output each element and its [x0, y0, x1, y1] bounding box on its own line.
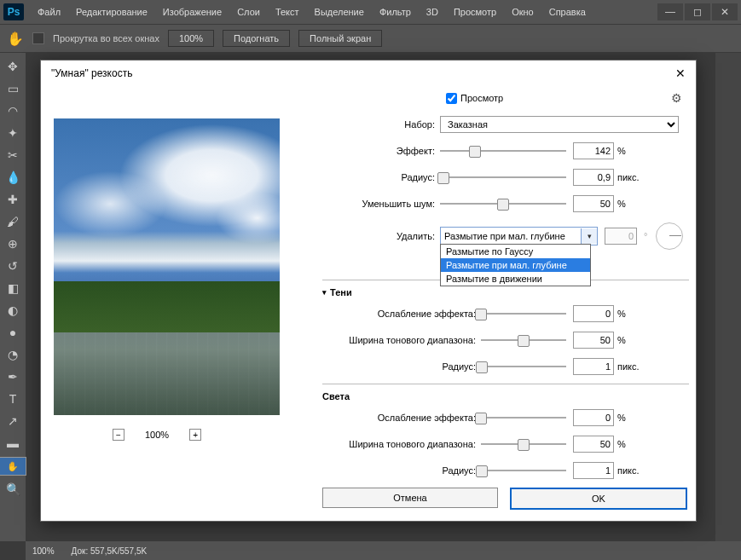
hl-radius-input[interactable]: [573, 462, 614, 479]
highlights-heading: Света: [322, 391, 350, 401]
shadow-radius-input[interactable]: [573, 358, 614, 375]
dodge-tool[interactable]: ◔: [3, 346, 22, 363]
hl-fade-slider[interactable]: [481, 411, 566, 424]
heal-tool[interactable]: ✚: [3, 191, 22, 208]
lasso-tool[interactable]: ◠: [3, 102, 22, 119]
zoom-out-button[interactable]: −: [113, 429, 124, 441]
menu-edit[interactable]: Редактирование: [69, 3, 154, 20]
history-brush-tool[interactable]: ↺: [3, 257, 22, 274]
remove-label: Удалить:: [322, 231, 440, 241]
radius-input[interactable]: [573, 169, 614, 186]
preview-checkbox[interactable]: [446, 93, 457, 104]
fit-button[interactable]: Подогнать: [223, 30, 290, 47]
smart-sharpen-dialog: "Умная" резкость ✕ − 100% + Просмотр ⚙ Н…: [40, 60, 697, 522]
remove-dropdown: Размытие по Гауссу Размытие при мал. глу…: [440, 244, 591, 286]
wand-tool[interactable]: ✦: [3, 124, 22, 141]
remove-option-motion[interactable]: Размытие в движении: [441, 272, 590, 286]
remove-option-lens[interactable]: Размытие при мал. глубине: [441, 258, 590, 272]
amount-label: Эффект:: [322, 146, 440, 156]
shadows-heading: Тени: [330, 287, 352, 297]
blur-tool[interactable]: ●: [3, 324, 22, 341]
hl-radius-label: Радиус:: [322, 465, 481, 476]
hl-tonal-slider[interactable]: [481, 437, 566, 451]
menu-image[interactable]: Изображение: [156, 3, 229, 20]
shadow-tonal-input[interactable]: [573, 332, 614, 349]
angle-dial: [656, 222, 683, 250]
dialog-title: "Умная" резкость: [51, 67, 132, 79]
minimize-button[interactable]: —: [657, 3, 683, 20]
menu-3d[interactable]: 3D: [420, 3, 445, 20]
menu-help[interactable]: Справка: [542, 3, 593, 20]
remove-select[interactable]: Размытие при мал. глубине▾: [440, 227, 598, 245]
hl-tonal-input[interactable]: [573, 436, 614, 453]
radius-label: Радиус:: [322, 172, 440, 182]
maximize-button[interactable]: ◻: [685, 3, 710, 20]
zoom-tool[interactable]: 🔍: [3, 481, 22, 498]
path-tool[interactable]: ↗: [3, 413, 22, 430]
remove-option-gaussian[interactable]: Размытие по Гауссу: [441, 245, 590, 258]
hand-tool-icon: ✋: [7, 31, 24, 47]
shadow-fade-slider[interactable]: [481, 307, 566, 320]
move-tool[interactable]: ✥: [3, 58, 22, 75]
eyedropper-tool[interactable]: 💧: [3, 169, 22, 186]
scroll-all-checkbox[interactable]: [32, 32, 44, 44]
shadow-fade-label: Ослабление эффекта:: [322, 309, 481, 319]
shape-tool[interactable]: ▬: [3, 435, 22, 452]
marquee-tool[interactable]: ▭: [3, 80, 22, 97]
preset-select[interactable]: Заказная: [440, 116, 679, 133]
hl-radius-slider[interactable]: [481, 464, 566, 477]
tools-panel: ✥ ▭ ◠ ✦ ✂ 💧 ✚ 🖌 ⊕ ↺ ◧ ◐ ● ◔ ✒ T ↗ ▬ ✋ 🔍: [0, 53, 26, 541]
hl-fade-input[interactable]: [573, 409, 614, 426]
hl-fade-label: Ослабление эффекта:: [322, 413, 481, 423]
shadow-fade-input[interactable]: [573, 305, 614, 322]
brush-tool[interactable]: 🖌: [3, 213, 22, 230]
preview-image: [54, 118, 280, 415]
noise-input[interactable]: [573, 195, 614, 212]
noise-slider[interactable]: [440, 197, 566, 211]
shadow-tonal-label: Ширина тонового диапазона:: [322, 335, 481, 345]
main-menu: Файл Редактирование Изображение Слои Тек…: [31, 3, 593, 20]
amount-slider[interactable]: [440, 144, 566, 158]
preview-label: Просмотр: [460, 93, 503, 103]
menu-type[interactable]: Текст: [269, 3, 306, 20]
angle-input: [605, 228, 637, 245]
menu-file[interactable]: Файл: [31, 3, 67, 20]
menu-select[interactable]: Выделение: [308, 3, 371, 20]
menu-filter[interactable]: Фильтр: [373, 3, 418, 20]
close-window-button[interactable]: ✕: [712, 3, 738, 20]
app-logo: Ps: [3, 3, 24, 20]
noise-label: Уменьшить шум:: [322, 199, 440, 209]
ok-button[interactable]: OK: [510, 488, 687, 510]
menu-layer[interactable]: Слои: [230, 3, 267, 20]
zoom-value: 100%: [145, 430, 169, 440]
angle-unit: °: [644, 231, 647, 241]
cancel-button[interactable]: Отмена: [322, 488, 498, 508]
chevron-down-icon: ▾: [581, 228, 597, 244]
radius-slider[interactable]: [440, 170, 566, 184]
dialog-close-button[interactable]: ✕: [675, 66, 686, 80]
hand-tool[interactable]: ✋: [0, 457, 26, 476]
status-doc: Док: 557,5K/557,5K: [72, 546, 148, 556]
shadows-toggle-icon[interactable]: ▾: [322, 288, 327, 297]
amount-unit: %: [617, 146, 626, 156]
eraser-tool[interactable]: ◧: [3, 280, 22, 297]
zoom-100-button[interactable]: 100%: [168, 30, 214, 47]
pen-tool[interactable]: ✒: [3, 368, 22, 385]
gradient-tool[interactable]: ◐: [3, 302, 22, 319]
scroll-all-label: Прокрутка во всех окнах: [53, 33, 159, 43]
menu-window[interactable]: Окно: [505, 3, 541, 20]
stamp-tool[interactable]: ⊕: [3, 235, 22, 252]
shadow-radius-label: Радиус:: [322, 361, 481, 372]
noise-unit: %: [617, 199, 626, 209]
type-tool[interactable]: T: [3, 390, 22, 407]
shadow-radius-slider[interactable]: [481, 360, 566, 373]
status-zoom: 100%: [32, 546, 55, 556]
zoom-in-button[interactable]: +: [189, 429, 201, 441]
shadow-tonal-slider[interactable]: [481, 333, 566, 347]
crop-tool[interactable]: ✂: [3, 147, 22, 164]
amount-input[interactable]: [573, 142, 614, 159]
settings-gear-icon[interactable]: ⚙: [671, 91, 682, 105]
menu-view[interactable]: Просмотр: [447, 3, 503, 20]
panels-strip: [715, 53, 741, 541]
fullscreen-button[interactable]: Полный экран: [298, 30, 382, 47]
